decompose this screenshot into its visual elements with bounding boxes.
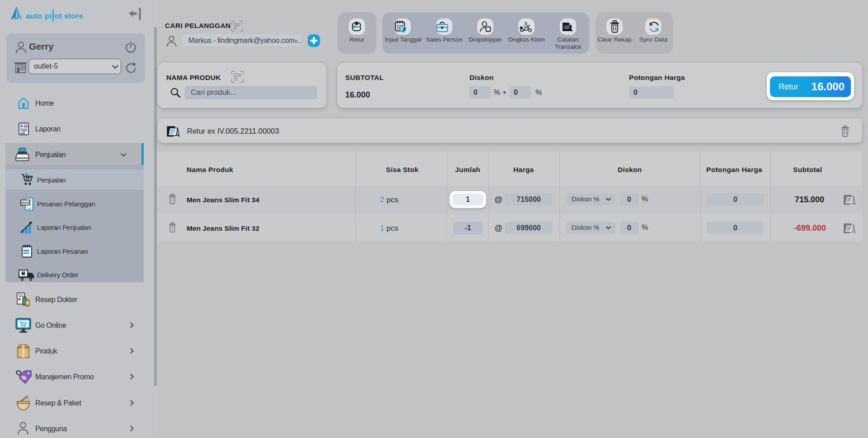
svg-text:%: %	[21, 374, 27, 381]
svg-text:ORDER: ORDER	[20, 201, 30, 204]
svg-text:ORDER: ORDER	[23, 251, 30, 253]
